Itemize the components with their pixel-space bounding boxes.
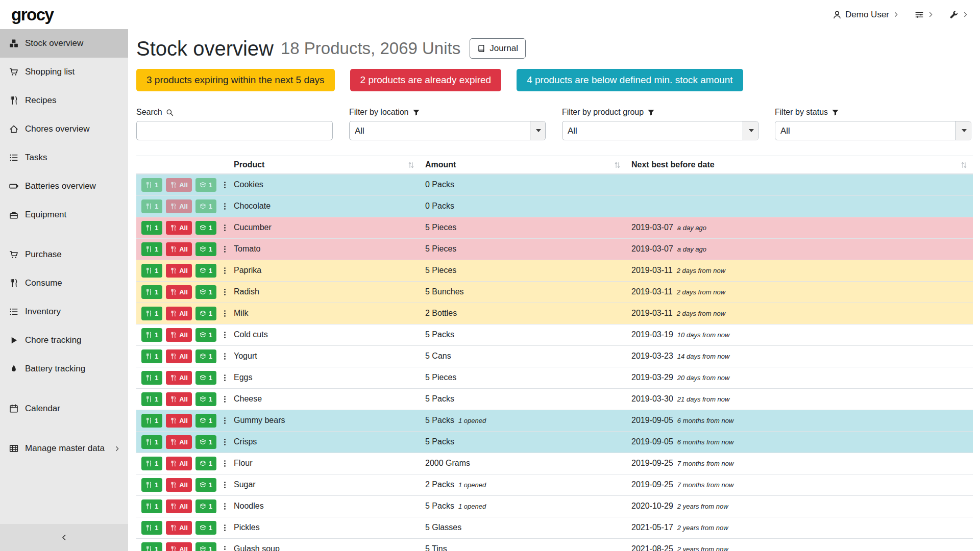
settings-menu[interactable]	[915, 10, 934, 19]
consume-one-button[interactable]: 1	[141, 542, 162, 551]
search-input[interactable]	[136, 121, 333, 140]
consume-all-button[interactable]: All	[166, 221, 192, 235]
sidebar-item-consume[interactable]: Consume	[0, 269, 128, 297]
row-menu-button[interactable]	[220, 545, 229, 551]
column-header-next-best-before-date[interactable]: Next best before date	[626, 156, 973, 174]
row-menu-button[interactable]	[220, 459, 229, 468]
open-one-button[interactable]: 1	[195, 307, 216, 320]
row-menu-button[interactable]	[220, 416, 229, 425]
consume-all-button[interactable]: All	[166, 499, 192, 513]
open-one-button[interactable]: 1	[195, 521, 216, 535]
open-one-button[interactable]: 1	[195, 542, 216, 551]
row-menu-button[interactable]	[220, 309, 229, 318]
sidebar-item-batteries-overview[interactable]: Batteries overview	[0, 172, 128, 201]
consume-one-button[interactable]: 1	[141, 307, 162, 320]
open-one-button[interactable]: 1	[195, 457, 216, 470]
consume-all-button[interactable]: All	[166, 457, 192, 470]
open-one-button[interactable]: 1	[195, 392, 216, 406]
location-filter-select[interactable]: All	[349, 121, 546, 140]
row-menu-button[interactable]	[220, 395, 229, 404]
sidebar-collapse-button[interactable]	[0, 524, 128, 551]
below-min-stock-banner[interactable]: 4 products are below defined min. stock …	[517, 69, 743, 91]
admin-tools-menu[interactable]	[949, 10, 969, 19]
journal-button[interactable]: Journal	[470, 38, 526, 59]
expired-banner[interactable]: 2 products are already expired	[350, 69, 502, 91]
consume-all-button[interactable]: All	[166, 392, 192, 406]
consume-all-button[interactable]: All	[166, 264, 192, 278]
sidebar-item-shopping-list[interactable]: Shopping list	[0, 58, 128, 86]
row-menu-button[interactable]	[220, 266, 229, 275]
open-one-button[interactable]: 1	[195, 478, 216, 492]
row-menu-button[interactable]	[220, 352, 229, 361]
open-one-button[interactable]: 1	[195, 221, 216, 235]
consume-all-button[interactable]: All	[166, 542, 192, 551]
consume-all-button[interactable]: All	[166, 285, 192, 299]
column-header-product[interactable]: Product	[229, 156, 420, 174]
sort-icon[interactable]	[614, 161, 621, 169]
sidebar-item-calendar[interactable]: Calendar	[0, 394, 128, 423]
consume-one-button[interactable]: 1	[141, 285, 162, 299]
row-menu-button[interactable]	[220, 223, 229, 232]
sidebar-item-tasks[interactable]: Tasks	[0, 143, 128, 172]
consume-one-button[interactable]: 1	[141, 414, 162, 428]
row-menu-button[interactable]	[220, 502, 229, 511]
sidebar-item-purchase[interactable]: Purchase	[0, 240, 128, 269]
consume-all-button[interactable]: All	[166, 307, 192, 320]
consume-one-button[interactable]: 1	[141, 478, 162, 492]
sidebar-item-inventory[interactable]: Inventory	[0, 297, 128, 326]
consume-one-button[interactable]: 1	[141, 221, 162, 235]
open-one-button[interactable]: 1	[195, 435, 216, 449]
consume-one-button[interactable]: 1	[141, 457, 162, 470]
open-one-button[interactable]: 1	[195, 264, 216, 278]
consume-one-button[interactable]: 1	[141, 435, 162, 449]
status-filter-select[interactable]: All	[775, 121, 971, 140]
expiring-banner[interactable]: 3 products expiring within the next 5 da…	[136, 69, 335, 91]
consume-all-button[interactable]: All	[166, 328, 192, 342]
consume-one-button[interactable]: 1	[141, 392, 162, 406]
sidebar-item-stock-overview[interactable]: Stock overview	[0, 29, 128, 58]
consume-one-button[interactable]: 1	[141, 499, 162, 513]
sort-icon[interactable]	[407, 161, 415, 169]
consume-one-button[interactable]: 1	[141, 349, 162, 363]
brand-logo[interactable]: grocy	[11, 5, 53, 24]
consume-all-button[interactable]: All	[166, 349, 192, 363]
row-menu-button[interactable]	[220, 481, 229, 489]
open-one-button[interactable]: 1	[195, 499, 216, 513]
consume-all-button[interactable]: All	[166, 414, 192, 428]
open-one-button[interactable]: 1	[195, 371, 216, 385]
sidebar-item-manage-master-data[interactable]: Manage master data	[0, 434, 128, 463]
row-menu-button[interactable]	[220, 202, 229, 211]
consume-all-button[interactable]: All	[166, 242, 192, 256]
consume-all-button[interactable]: All	[166, 435, 192, 449]
open-one-button[interactable]: 1	[195, 414, 216, 428]
row-menu-button[interactable]	[220, 331, 229, 339]
sidebar-item-chores-overview[interactable]: Chores overview	[0, 115, 128, 143]
open-one-button[interactable]: 1	[195, 328, 216, 342]
best-before-cell: 2019-09-257 months from now	[626, 474, 973, 495]
row-menu-button[interactable]	[220, 181, 229, 189]
open-one-button[interactable]: 1	[195, 285, 216, 299]
consume-all-button[interactable]: All	[166, 371, 192, 385]
open-one-button[interactable]: 1	[195, 242, 216, 256]
consume-all-button[interactable]: All	[166, 521, 192, 535]
open-one-button[interactable]: 1	[195, 349, 216, 363]
consume-one-button[interactable]: 1	[141, 371, 162, 385]
sort-icon[interactable]	[960, 161, 968, 169]
sidebar-item-equipment[interactable]: Equipment	[0, 201, 128, 229]
column-header-amount[interactable]: Amount	[420, 156, 626, 174]
row-menu-button[interactable]	[220, 288, 229, 296]
consume-all-button[interactable]: All	[166, 478, 192, 492]
consume-one-button[interactable]: 1	[141, 242, 162, 256]
consume-one-button[interactable]: 1	[141, 264, 162, 278]
consume-one-button[interactable]: 1	[141, 521, 162, 535]
row-menu-button[interactable]	[220, 245, 229, 254]
sidebar-item-recipes[interactable]: Recipes	[0, 86, 128, 115]
consume-one-button[interactable]: 1	[141, 328, 162, 342]
sidebar-item-battery-tracking[interactable]: Battery tracking	[0, 355, 128, 383]
product-group-filter-select[interactable]: All	[562, 121, 758, 140]
sidebar-item-chore-tracking[interactable]: Chore tracking	[0, 326, 128, 355]
row-menu-button[interactable]	[220, 438, 229, 446]
user-menu[interactable]: Demo User	[832, 10, 899, 20]
row-menu-button[interactable]	[220, 373, 229, 382]
row-menu-button[interactable]	[220, 523, 229, 532]
